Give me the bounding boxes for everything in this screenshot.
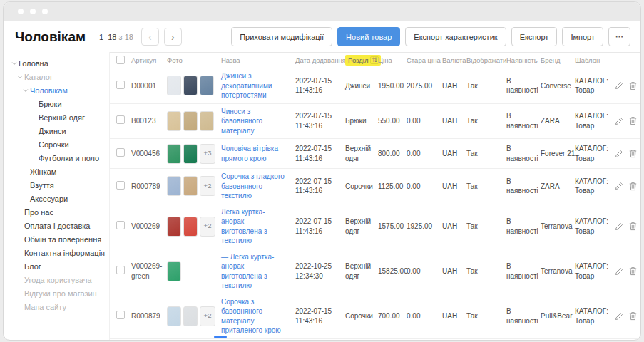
product-template-value: Товар xyxy=(575,271,610,281)
sidebar-item[interactable]: Брюки xyxy=(4,97,109,110)
import-button[interactable]: Імпорт xyxy=(562,27,603,46)
more-actions-button[interactable]: ⋯ xyxy=(608,27,630,46)
more-photos-badge[interactable]: +2 xyxy=(200,306,215,326)
row-checkbox[interactable] xyxy=(116,148,125,157)
export-characteristics-button[interactable]: Експорт характеристик xyxy=(405,27,506,46)
sidebar-item[interactable]: Верхній одяг xyxy=(4,110,109,124)
edit-pencil-icon[interactable] xyxy=(615,81,623,90)
horizontal-scrollbar-thumb[interactable] xyxy=(214,336,227,338)
sidebar-item[interactable]: Аксесуари xyxy=(4,192,109,205)
column-header-old-price[interactable]: Стара ціна xyxy=(407,56,442,64)
more-photos-badge[interactable]: +3 xyxy=(200,144,215,164)
column-header-brand[interactable]: Бренд xyxy=(541,56,575,64)
edit-pencil-icon[interactable] xyxy=(615,150,623,158)
product-date: 2022-07-15 xyxy=(295,111,341,121)
row-checkbox[interactable] xyxy=(116,311,125,319)
product-photo-thumbnail[interactable] xyxy=(200,111,214,131)
select-all-checkbox[interactable] xyxy=(116,56,125,64)
edit-pencil-icon[interactable] xyxy=(615,312,623,321)
product-photo-thumbnail[interactable] xyxy=(167,144,181,164)
column-header-sku[interactable]: Артикул xyxy=(131,56,167,64)
edit-pencil-icon[interactable] xyxy=(615,267,623,276)
sidebar-item-label: Взуття xyxy=(30,181,54,190)
sidebar-item[interactable]: Каталог xyxy=(4,70,109,83)
product-template-value: Товар xyxy=(575,154,610,164)
export-button[interactable]: Експорт xyxy=(511,27,558,46)
product-photo-thumbnail[interactable] xyxy=(183,144,198,164)
column-header-price[interactable]: Ціна xyxy=(378,56,407,64)
sidebar-item[interactable]: Взуття xyxy=(4,178,109,192)
sidebar-item[interactable]: Джинси xyxy=(4,124,109,138)
row-checkbox[interactable] xyxy=(116,266,125,274)
column-header-name[interactable]: Назва xyxy=(221,56,295,64)
product-photo-thumbnail[interactable] xyxy=(183,176,198,196)
column-header-display[interactable]: Відображати xyxy=(466,56,506,64)
sidebar-item[interactable]: Чоловікам xyxy=(4,83,109,97)
sidebar-item[interactable]: Відгуки про магазин xyxy=(4,286,109,300)
product-name-link[interactable]: Сорочка з гладкого бавовняного текстилю xyxy=(221,172,291,201)
sidebar-item[interactable]: Контактна інформація xyxy=(4,246,109,259)
pagination-next-button[interactable]: › xyxy=(164,28,182,46)
row-checkbox[interactable] xyxy=(116,81,125,89)
sidebar-item[interactable]: Блог xyxy=(4,259,109,273)
delete-trash-icon[interactable] xyxy=(629,182,637,191)
product-currency: UAH xyxy=(442,113,466,129)
window-maximize-icon[interactable] xyxy=(42,9,48,14)
delete-trash-icon[interactable] xyxy=(629,222,637,231)
more-photos-badge[interactable]: +2 xyxy=(200,176,215,196)
column-header-template[interactable]: Шаблон xyxy=(575,56,615,64)
sidebar-item[interactable]: Обмін та повернення xyxy=(4,232,109,246)
product-name-link[interactable]: Чиноси з бавовняного матеріалу xyxy=(221,107,291,136)
edit-pencil-icon[interactable] xyxy=(615,222,623,231)
product-photo-thumbnail[interactable] xyxy=(167,111,181,131)
product-photo-thumbnail[interactable] xyxy=(183,217,198,237)
product-photo-thumbnail[interactable] xyxy=(200,76,214,95)
product-name-link[interactable]: Джинси з декоративними потертостями xyxy=(221,71,291,100)
edit-pencil-icon[interactable] xyxy=(615,117,623,125)
product-photo-thumbnail[interactable] xyxy=(183,111,198,131)
product-template: КАТАЛОГ: Товар xyxy=(575,141,615,166)
more-photos-badge[interactable]: +2 xyxy=(200,217,215,237)
window-minimize-icon[interactable] xyxy=(30,9,36,14)
product-photo-thumbnail[interactable] xyxy=(183,76,198,95)
product-currency: UAH xyxy=(442,146,466,162)
sidebar-item[interactable]: Сорочки xyxy=(4,138,109,151)
delete-trash-icon[interactable] xyxy=(629,266,637,276)
sidebar-item[interactable]: Про нас xyxy=(4,205,109,219)
row-checkbox[interactable] xyxy=(116,181,125,190)
product-photo-thumbnail[interactable] xyxy=(167,306,181,326)
sidebar-item[interactable]: Оплата і доставка xyxy=(4,219,109,232)
sidebar-item[interactable]: Жінкам xyxy=(4,165,109,178)
row-checkbox[interactable] xyxy=(116,115,125,124)
product-photo-thumbnail[interactable] xyxy=(167,76,181,95)
product-name-link[interactable]: Сорочка з бавовняного матеріалу притален… xyxy=(221,297,291,336)
delete-trash-icon[interactable] xyxy=(629,81,637,90)
product-photo-thumbnail[interactable] xyxy=(167,261,181,281)
product-photo-thumbnail[interactable] xyxy=(167,176,181,196)
edit-pencil-icon[interactable] xyxy=(615,182,623,190)
sidebar-item[interactable]: Футболки и поло xyxy=(4,151,109,165)
delete-trash-icon[interactable] xyxy=(629,149,637,158)
product-photo-thumbnail[interactable] xyxy=(183,306,198,326)
delete-trash-icon[interactable] xyxy=(629,311,637,321)
column-header-date[interactable]: Дата додавання xyxy=(295,56,345,64)
delete-trash-icon[interactable] xyxy=(629,116,637,125)
sidebar-item[interactable]: Мапа сайту xyxy=(4,300,109,314)
window-close-icon[interactable] xyxy=(18,9,24,14)
sidebar-item[interactable]: Головна xyxy=(4,56,109,70)
hide-modifications-button[interactable]: Приховати модифікації xyxy=(231,27,332,46)
product-brand: Pull&Bear xyxy=(541,309,575,324)
product-photo-thumbnail[interactable] xyxy=(167,217,181,237)
new-product-button[interactable]: Новий товар xyxy=(337,27,400,46)
sidebar-item[interactable]: Угода користувача xyxy=(4,273,109,286)
column-header-photo[interactable]: Фото xyxy=(167,56,221,64)
product-date-added: 2022-07-15 11:43:16 xyxy=(295,174,345,199)
product-name-link[interactable]: Легка куртка-анорак виготовлена з тексти… xyxy=(221,207,291,246)
row-checkbox[interactable] xyxy=(116,221,125,229)
column-header-currency[interactable]: Валюта xyxy=(442,56,466,64)
column-header-availability[interactable]: Наявність xyxy=(506,56,541,64)
pagination-prev-button[interactable]: ‹ xyxy=(141,28,159,46)
product-name-link[interactable]: Чоловіча вітрівка прямого крою xyxy=(221,144,291,163)
column-header-section[interactable]: Розділ ⇅ xyxy=(345,55,378,66)
product-name-link[interactable]: — Легка куртка-анорак виготовлена з текс… xyxy=(221,252,291,291)
